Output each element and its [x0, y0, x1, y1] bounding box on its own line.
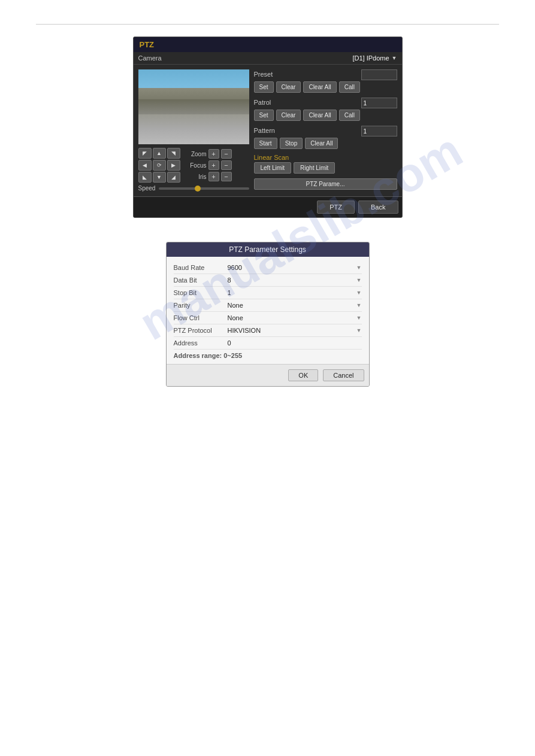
preset-clearall-btn[interactable]: Clear All	[303, 81, 336, 93]
param-ok-btn[interactable]: OK	[288, 369, 318, 381]
topright-btn[interactable]: ◥	[167, 148, 180, 159]
ptz-right-panel: Preset Set Clear Clear All Call Patrol	[254, 69, 397, 192]
pattern-btn-row: Start Stop Clear All	[254, 138, 397, 149]
up-btn[interactable]: ▲	[153, 148, 166, 159]
dir-center[interactable]: ⟳	[153, 160, 166, 171]
bottomright-btn[interactable]: ◢	[167, 172, 180, 183]
controls-row: ◤ ▲ ◥ ◀ ⟳	[138, 148, 249, 183]
protocol-dropdown-arrow: ▼	[356, 327, 362, 333]
right-limit-btn[interactable]: Right Limit	[294, 162, 335, 174]
ptz-title-bar: PTZ	[134, 37, 402, 52]
preset-label: Preset	[254, 71, 273, 78]
top-divider	[36, 24, 499, 25]
patrol-set-btn[interactable]: Set	[254, 110, 274, 121]
dir-bottomleft[interactable]: ◣	[138, 172, 152, 183]
param-value-row-flowctrl[interactable]: None ▼	[228, 314, 362, 321]
preset-call-btn[interactable]: Call	[339, 81, 360, 93]
param-value-row-baudrate[interactable]: 9600 ▼	[228, 264, 362, 271]
dir-down[interactable]: ▼	[153, 172, 166, 183]
zoom-row: Zoom + −	[188, 149, 232, 159]
param-key-address: Address	[174, 339, 228, 347]
preset-header: Preset	[254, 69, 397, 80]
param-row-stopbit: Stop Bit 1 ▼	[174, 287, 362, 299]
param-value-row-address[interactable]: 0	[228, 339, 362, 347]
param-key-parity: Parity	[174, 302, 228, 309]
dir-right[interactable]: ▶	[167, 160, 180, 171]
patrol-header: Patrol	[254, 98, 397, 108]
dir-topright[interactable]: ◥	[167, 148, 180, 159]
parity-dropdown-arrow: ▼	[356, 302, 362, 308]
baudrate-dropdown-arrow: ▼	[356, 265, 362, 271]
left-limit-btn[interactable]: Left Limit	[254, 162, 292, 174]
param-val-databit: 8	[228, 277, 231, 284]
address-note: Address range: 0~255	[174, 352, 362, 359]
focus-plus-btn[interactable]: +	[208, 160, 219, 170]
param-row-flowctrl: Flow Ctrl None ▼	[174, 312, 362, 324]
dir-left[interactable]: ◀	[138, 160, 152, 171]
zoom-focus-iris: Zoom + − Focus + − Iris + −	[188, 149, 232, 181]
topleft-btn[interactable]: ◤	[138, 148, 152, 159]
iris-minus-btn[interactable]: −	[221, 172, 232, 181]
dir-topleft[interactable]: ◤	[138, 148, 152, 159]
patrol-btn-row: Set Clear Clear All Call	[254, 110, 397, 121]
pattern-start-btn[interactable]: Start	[254, 138, 277, 149]
param-title: PTZ Parameter Settings	[229, 245, 306, 254]
ptz-params-btn[interactable]: PTZ Parame...	[254, 178, 397, 190]
speed-label: Speed	[138, 185, 156, 192]
preset-input[interactable]	[361, 69, 397, 80]
pattern-stop-btn[interactable]: Stop	[280, 138, 303, 149]
camera-label: Camera	[138, 54, 162, 62]
param-key-flowctrl: Flow Ctrl	[174, 314, 228, 321]
patrol-input[interactable]	[361, 98, 397, 108]
patrol-label: Patrol	[254, 99, 271, 106]
databit-dropdown-arrow: ▼	[356, 277, 362, 283]
iris-plus-btn[interactable]: +	[208, 172, 219, 181]
left-btn[interactable]: ◀	[138, 160, 152, 171]
pattern-input[interactable]	[361, 126, 397, 136]
zoom-label: Zoom	[188, 151, 207, 157]
param-value-row-protocol[interactable]: HIKVISION ▼	[228, 327, 362, 334]
right-btn[interactable]: ▶	[167, 160, 180, 171]
preset-btn-row: Set Clear Clear All Call	[254, 81, 397, 93]
center-btn[interactable]: ⟳	[153, 160, 166, 171]
zoom-minus-btn[interactable]: −	[221, 149, 232, 159]
down-btn[interactable]: ▼	[153, 172, 166, 183]
ptz-footer-ptz-btn[interactable]: PTZ	[317, 201, 355, 214]
patrol-clearall-btn[interactable]: Clear All	[303, 110, 336, 121]
dir-bottomright[interactable]: ◢	[167, 172, 180, 183]
flowctrl-dropdown-arrow: ▼	[356, 315, 362, 321]
param-value-row-parity[interactable]: None ▼	[228, 302, 362, 309]
param-value-row-databit[interactable]: 8 ▼	[228, 277, 362, 284]
param-val-flowctrl: None	[228, 314, 243, 321]
param-key-protocol: PTZ Protocol	[174, 327, 228, 334]
param-value-row-stopbit[interactable]: 1 ▼	[228, 289, 362, 296]
limit-row: Left Limit Right Limit	[254, 162, 397, 174]
param-row-address: Address 0	[174, 337, 362, 350]
camera-value-row[interactable]: [D1] IPdome ▼	[352, 54, 397, 62]
preset-section: Preset Set Clear Clear All Call	[254, 69, 397, 95]
preset-clear-btn[interactable]: Clear	[276, 81, 301, 93]
speed-slider[interactable]	[159, 187, 249, 190]
pattern-label: Pattern	[254, 127, 275, 134]
param-row-protocol: PTZ Protocol HIKVISION ▼	[174, 324, 362, 337]
param-row-databit: Data Bit 8 ▼	[174, 274, 362, 287]
bottomleft-btn[interactable]: ◣	[138, 172, 152, 183]
pattern-clearall-btn[interactable]: Clear All	[305, 138, 338, 149]
param-key-stopbit: Stop Bit	[174, 289, 228, 296]
preset-set-btn[interactable]: Set	[254, 81, 274, 93]
param-key-databit: Data Bit	[174, 277, 228, 284]
param-cancel-btn[interactable]: Cancel	[323, 369, 364, 381]
speed-thumb[interactable]	[195, 186, 201, 192]
patrol-call-btn[interactable]: Call	[339, 110, 360, 121]
zoom-plus-btn[interactable]: +	[208, 149, 219, 159]
video-preview	[138, 69, 249, 144]
dir-up[interactable]: ▲	[153, 148, 166, 159]
patrol-clear-btn[interactable]: Clear	[276, 110, 301, 121]
patrol-section: Patrol Set Clear Clear All Call	[254, 98, 397, 123]
focus-row: Focus + −	[188, 160, 232, 170]
linear-scan-section: Linear Scan Left Limit Right Limit	[254, 154, 397, 174]
focus-minus-btn[interactable]: −	[221, 160, 232, 170]
stopbit-dropdown-arrow: ▼	[356, 290, 362, 296]
ptz-footer-back-btn[interactable]: Back	[358, 201, 398, 214]
param-title-bar: PTZ Parameter Settings	[167, 242, 369, 257]
